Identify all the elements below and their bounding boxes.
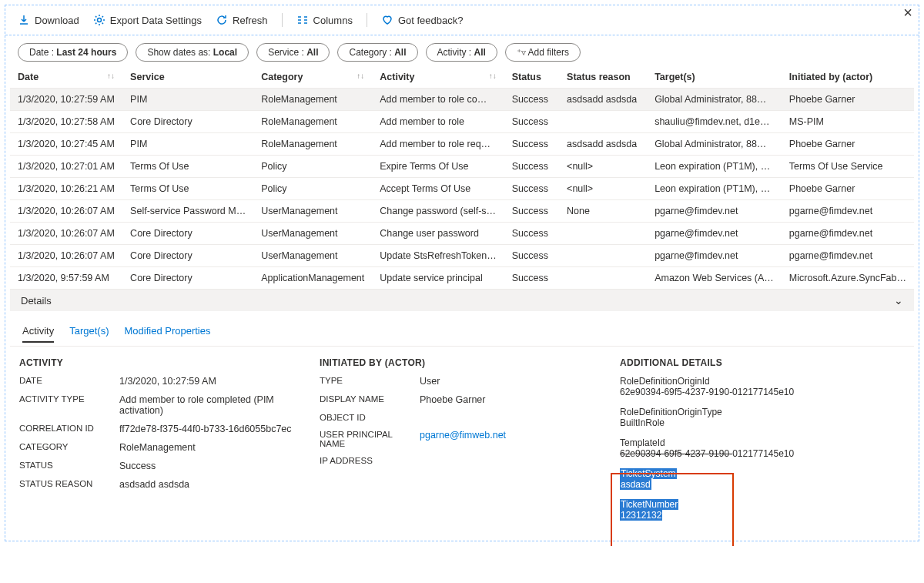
cell-date: 1/3/2020, 10:27:58 AM [10, 111, 122, 133]
cell-category: UserManagement [253, 200, 372, 223]
cell-reason: None [559, 200, 647, 223]
filter-service[interactable]: Service : All [256, 43, 330, 62]
detail-status: Success [119, 461, 304, 471]
cell-targets: Leon expiration (PT1M), … [647, 156, 782, 178]
export-button[interactable]: Export Data Settings [93, 14, 202, 26]
cell-targets: shauliu@fimdev.net, d1e… [647, 111, 782, 133]
cell-status: Success [504, 133, 559, 156]
col-category[interactable]: Category↑↓ [253, 66, 372, 89]
cell-activity: Update service principal [372, 267, 504, 290]
cell-category: Policy [253, 156, 372, 178]
details-label: Details [21, 295, 52, 307]
cell-activity: Add member to role co… [372, 89, 504, 111]
col-targets[interactable]: Target(s) [647, 66, 782, 89]
filter-activity[interactable]: Activity : All [426, 43, 497, 62]
cell-service: Core Directory [122, 111, 253, 133]
cell-targets: Leon expiration (PT1M), … [647, 178, 782, 200]
cell-service: Self-service Password M… [122, 200, 253, 223]
cell-status: Success [504, 200, 559, 223]
heart-icon [381, 14, 393, 26]
cell-service: Core Directory [122, 267, 253, 290]
filter-date[interactable]: Date : Last 24 hours [18, 43, 128, 62]
tab-targets[interactable]: Target(s) [69, 325, 109, 343]
table-row[interactable]: 1/3/2020, 10:27:59 AMPIMRoleManagementAd… [10, 89, 914, 111]
actor-upn[interactable]: pgarne@fimweb.net [420, 430, 604, 448]
table-row[interactable]: 1/3/2020, 10:27:58 AMCore DirectoryRoleM… [10, 111, 914, 133]
cell-status: Success [504, 245, 559, 267]
divider [367, 13, 367, 27]
detail-date: 1/3/2020, 10:27:59 AM [119, 376, 304, 387]
col-status-reason[interactable]: Status reason [559, 66, 647, 89]
filter-bar: Date : Last 24 hours Show dates as: Loca… [5, 35, 919, 66]
refresh-button[interactable]: Refresh [216, 14, 268, 26]
cell-targets: Global Administrator, 88… [647, 133, 782, 156]
cell-date: 1/3/2020, 10:26:07 AM [10, 245, 122, 267]
tab-modified-properties[interactable]: Modified Properties [124, 325, 210, 343]
details-panel-header[interactable]: Details ⌄ [10, 290, 914, 311]
table-row[interactable]: 1/3/2020, 10:26:07 AMCore DirectoryUserM… [10, 223, 914, 245]
add-filters-button[interactable]: ⁺▿ Add filters [505, 43, 581, 62]
tab-activity[interactable]: Activity [22, 325, 54, 343]
cell-status: Success [504, 223, 559, 245]
template-id-key: TemplateId [620, 437, 905, 448]
cell-activity: Accept Terms Of Use [372, 178, 504, 200]
download-button[interactable]: Download [18, 14, 79, 26]
col-actor[interactable]: Initiated by (actor) [782, 66, 914, 89]
refresh-icon [216, 14, 228, 26]
cell-activity: Change password (self-s… [372, 200, 504, 223]
filter-show-dates[interactable]: Show dates as: Local [136, 43, 249, 62]
table-row[interactable]: 1/3/2020, 10:26:07 AMCore DirectoryUserM… [10, 245, 914, 267]
activity-heading: ACTIVITY [19, 357, 304, 368]
audit-logs-table: Date↑↓ Service Category↑↓ Activity↑↓ Sta… [10, 66, 914, 290]
cell-category: ApplicationManagement [253, 267, 372, 290]
role-def-origin-type-value: BuiltInRole [620, 417, 905, 428]
download-icon [18, 14, 30, 26]
cell-status: Success [504, 156, 559, 178]
columns-button[interactable]: Columns [296, 14, 353, 26]
cell-actor: Microsoft.Azure.SyncFab… [782, 267, 914, 290]
chevron-down-icon: ⌄ [894, 294, 903, 307]
export-label: Export Data Settings [110, 15, 202, 26]
feedback-button[interactable]: Got feedback? [381, 14, 464, 26]
role-def-origin-id-key: RoleDefinitionOriginId [620, 376, 905, 387]
cell-category: UserManagement [253, 245, 372, 267]
col-status[interactable]: Status [504, 66, 559, 89]
col-activity[interactable]: Activity↑↓ [372, 66, 504, 89]
cell-targets: Global Administrator, 88… [647, 89, 782, 111]
cell-category: Policy [253, 178, 372, 200]
detail-content: ACTIVITY DATE1/3/2020, 10:27:59 AM ACTIV… [5, 347, 919, 541]
filter-category[interactable]: Category : All [337, 43, 417, 62]
table-row[interactable]: 1/3/2020, 10:26:21 AMTerms Of UsePolicyA… [10, 178, 914, 200]
col-service[interactable]: Service [122, 66, 253, 89]
table-row[interactable]: 1/3/2020, 10:27:01 AMTerms Of UsePolicyE… [10, 156, 914, 178]
detail-tabs: Activity Target(s) Modified Properties [10, 317, 914, 347]
actor-ip [420, 456, 604, 465]
cell-activity: Add member to role req… [372, 133, 504, 156]
cell-date: 1/3/2020, 10:27:59 AM [10, 89, 122, 111]
cell-date: 1/3/2020, 10:26:21 AM [10, 178, 122, 200]
cell-category: RoleManagement [253, 89, 372, 111]
cell-activity: Add member to role [372, 111, 504, 133]
cell-targets: pgarne@fimdev.net [647, 200, 782, 223]
cell-reason [559, 267, 647, 290]
table-row[interactable]: 1/3/2020, 9:57:59 AMCore DirectoryApplic… [10, 267, 914, 290]
cell-activity: Change user password [372, 223, 504, 245]
cell-status: Success [504, 89, 559, 111]
actor-type: User [420, 376, 604, 387]
cell-reason: asdsadd asdsda [559, 89, 647, 111]
cell-targets: pgarne@fimdev.net [647, 245, 782, 267]
cell-date: 1/3/2020, 10:26:07 AM [10, 223, 122, 245]
table-row[interactable]: 1/3/2020, 10:27:45 AMPIMRoleManagementAd… [10, 133, 914, 156]
cell-service: Terms Of Use [122, 156, 253, 178]
svg-point-0 [97, 18, 101, 22]
cell-category: UserManagement [253, 223, 372, 245]
cell-reason [559, 245, 647, 267]
highlight-annotation [611, 473, 734, 546]
table-row[interactable]: 1/3/2020, 10:26:07 AMSelf-service Passwo… [10, 200, 914, 223]
col-date[interactable]: Date↑↓ [10, 66, 122, 89]
cell-category: RoleManagement [253, 133, 372, 156]
cell-reason [559, 111, 647, 133]
close-icon[interactable]: × [903, 4, 912, 22]
cell-service: PIM [122, 133, 253, 156]
command-bar: Download Export Data Settings Refresh Co… [5, 5, 919, 35]
